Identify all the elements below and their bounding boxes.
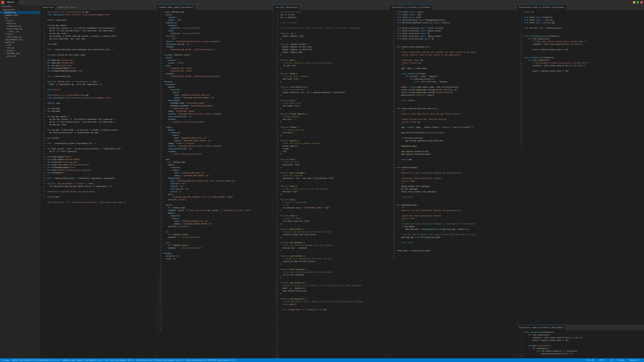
code-content-dockerfile[interactable]: FROM python:3.11.0-slim-bookworm AS app … [46,10,157,358]
tab-close-icon[interactable]: ✕ [16,1,16,3]
sidebar-item-assets[interactable]: /app/assets [0,8,40,11]
line-numbers-6: 123456789101112131415 [517,330,523,358]
sidebar-item-config[interactable]: config.py [0,41,40,44]
editor-content-hello-views: 1234567891011121314151617181920212223242… [517,10,644,147]
status-extensions: hello/extensions.py [Python] [Git][main]… [186,359,234,361]
terminal-tab[interactable]: Ubuntu ✕ [5,0,19,5]
line-numbers-5: 1234567891011121314151617181920212223242… [517,10,523,147]
editor-tabbar-2: compose.yaml [yaml] [Git][main] [157,5,273,10]
split-panel: hello/hello_views.py [Python] [Git][main… [517,5,644,358]
editor-tabbar-4: hello/hello.py [Python] [Git][main] [390,5,517,10]
status-spaces: Spaces: 4 [630,359,640,361]
close-button[interactable]: × [640,1,643,3]
sidebar-item-hello-py[interactable]: hello.py [0,22,40,25]
code-content-test-views[interactable]: class TestUpViews(TestMixin): def test_i… [523,330,644,358]
editor-panel-hello: hello/hello.py [Python] [Git][main] 1234… [390,5,517,358]
line-numbers-2: 1234567891011121314151617181920212223242… [157,10,163,358]
app-icon [1,1,4,4]
status-eol: LF [610,359,612,361]
window-controls: ─ □ × [633,1,643,3]
statusbar: ⎇ main Dockerfile [dockerfile] [Git][mai… [0,358,644,362]
tab-bar: Ubuntu ✕ + [5,0,633,5]
sidebar-item-hello-views[interactable]: hello_views.py [0,27,40,30]
status-dockerfile: Dockerfile [dockerfile] [Git][main] 1:8 … [12,359,60,361]
editor-tabbar-3: run [sh] [Git][main] [273,5,390,10]
sidebar-item-dockerfile[interactable]: Dockerfile [0,11,40,14]
sidebar-item-assets-folder[interactable]: ▾ assets/ [0,49,40,52]
editor-panel-dockerfile: Dockerfile Dockerfile [main] 12345678910… [40,5,157,358]
sidebar-item-lib-test[interactable]: test.py [0,46,40,49]
sidebar-item-tests[interactable]: ▾ tests/ [0,33,40,36]
editors: Dockerfile Dockerfile [main] 12345678910… [40,5,644,358]
editor-tabbar-6: hello/test_views.py [Python] [Git][main] [517,325,644,330]
new-tab[interactable]: + [19,0,24,5]
sidebar-item-run[interactable]: run [0,16,40,19]
sidebar-title: EXPLORER [0,5,40,8]
editor-content-hello: 1234567891011121314151617181920212223242… [390,10,517,358]
sidebar-item-test-views[interactable]: test_views.py [0,36,40,38]
sidebar-item-requirements[interactable]: requirements.txt [0,38,40,41]
editor-panel-run: run [sh] [Git][main] 1234567891011121314… [273,5,390,358]
code-content-hello-views[interactable]: import os from flask import Blueprint fr… [523,10,644,147]
line-numbers-1: 1234567891011121314151617181920212223242… [40,10,46,358]
editor-tabbar-1: Dockerfile Dockerfile [main] [40,5,157,10]
sidebar-item-lib[interactable]: ▾ lib/ [0,44,40,46]
status-right: 7:48 AM UTF-8 LF Python Spaces: 4 [586,359,642,361]
editor-tab-hello-py[interactable]: hello/hello.py [Python] [Git][main] [390,5,433,10]
editor-panel-compose: compose.yaml [yaml] [Git][main] 12345678… [157,5,273,358]
status-encoding: UTF-8 [599,359,605,361]
editor-content-test-views: 123456789101112131415 class TestUpViews(… [517,330,644,358]
sidebar-item-init[interactable]: __init__.py [0,30,40,33]
sidebar-item-hello-folder[interactable]: ▾ hello/ [0,19,40,22]
line-numbers-4: 1234567891011121314151617181920212223242… [390,10,396,358]
maximize-button[interactable]: □ [636,1,639,3]
code-content-compose[interactable]: x-app: &default-app build: context: "." … [163,10,273,358]
editor-tab-dockerfile[interactable]: Dockerfile [40,5,56,10]
status-time: 7:48 AM [586,359,594,361]
code-content-hello[interactable]: from celery import Celery from celery im… [396,10,517,358]
editor-tabbar-5: hello/hello_views.py [Python] [Git][main… [517,5,644,10]
terminal-tab-label: Ubuntu [7,1,14,3]
status-run: run [sh] [Git][main] 97:26 [105,359,134,361]
editor-content-run: 1234567891011121314151617181920212223242… [273,10,390,358]
sidebar-item-compose[interactable]: compose.yaml [0,14,40,16]
status-compose: compose.yaml [yaml] [Git][main] 31:5 [62,359,102,361]
editor-content-dockerfile: 1234567891011121314151617181920212223242… [40,10,157,358]
split-bottom: hello/test_views.py [Python] [Git][main]… [517,325,644,358]
code-content-run[interactable]: #!/usr/bin/env bash set -o errexit set -… [280,10,390,358]
status-lang: Python [618,359,624,361]
editor-panel-right: hello/hello_views.py [Python] [Git][main… [517,5,644,358]
titlebar: Ubuntu ✕ + ─ □ × [0,0,644,5]
editor-tab-run[interactable]: run [sh] [Git][main] [273,5,300,10]
sidebar-item-package-json[interactable]: package.json [0,52,40,55]
split-top: hello/hello_views.py [Python] [Git][main… [517,5,644,325]
sidebar: EXPLORER /app/assets Dockerfile compose.… [0,5,40,358]
editor-tab-compose[interactable]: compose.yaml [yaml] [Git][main] [157,5,196,10]
main-container: EXPLORER /app/assets Dockerfile compose.… [0,5,644,358]
sidebar-item-extensions[interactable]: extensions.py [0,25,40,27]
line-numbers-3: 1234567891011121314151617181920212223242… [273,10,280,358]
status-branch: ⎇ main [2,359,10,361]
editor-tab-test-views[interactable]: hello/test_views.py [Python] [Git][main] [517,325,566,330]
editor-tab-hello-views[interactable]: hello/hello_views.py [Python] [Git][main… [517,5,567,10]
editor-tab-dockerfile2[interactable]: Dockerfile [main] [56,5,78,10]
status-hello: hello/hello.py [Python] [Git][main] 28:9… [136,359,183,361]
minimize-button[interactable]: ─ [633,1,635,3]
sidebar-item-yarn-lock[interactable]: yarn.lock [0,55,40,57]
editor-content-compose: 1234567891011121314151617181920212223242… [157,10,273,358]
